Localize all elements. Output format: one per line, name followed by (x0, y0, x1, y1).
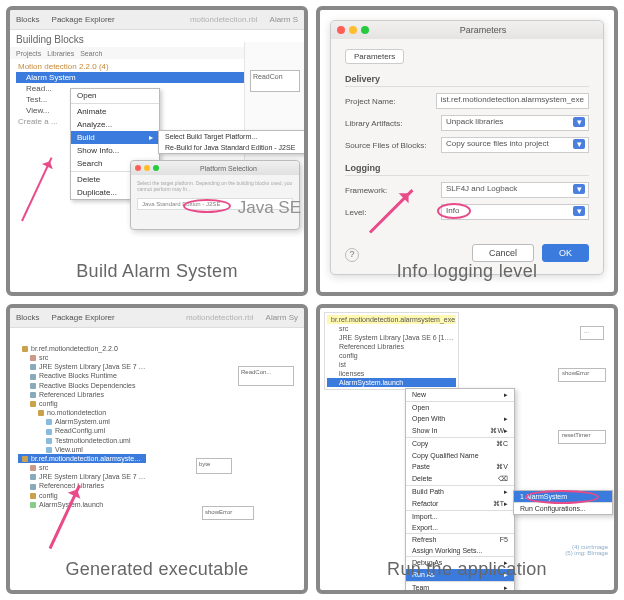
menu-assign-working-sets-[interactable]: Assign Working Sets... (406, 545, 514, 556)
tab-package-explorer[interactable]: Package Explorer (46, 311, 121, 324)
row-framework: Framework: SLF4J and Logback (345, 182, 589, 198)
package-explorer-tree: br.ref.motiondetection.alarmsystem_exesr… (324, 312, 459, 390)
panel-generated-exe: Blocks Package Explorer motiondetection.… (6, 304, 308, 594)
editor-tab-1[interactable]: motiondetection.rbl (180, 311, 260, 324)
tree-item[interactable]: Reactive Blocks Runtime (18, 371, 146, 380)
menu-show-info[interactable]: Show Info... (71, 144, 159, 157)
file-icon (46, 429, 52, 435)
menu-show-in[interactable]: Show In⌘W▸ (406, 425, 514, 437)
panel-run-app: br.ref.motiondetection.alarmsystem_exesr… (316, 304, 618, 594)
editor-tab-1[interactable]: motiondetection.rbl (184, 13, 264, 26)
tree-item[interactable]: licenses (327, 369, 456, 378)
tree-item[interactable]: JRE System Library [Java SE 7 [1.7.0_05]… (18, 362, 146, 371)
tree-item[interactable]: ReadConfig.uml (18, 426, 146, 435)
input-project-name[interactable]: ist.ref.motiondetection.alarmsystem_exe (436, 93, 589, 109)
tree-item[interactable]: AlarmSystem.uml (18, 417, 146, 426)
tree-item[interactable]: config (327, 351, 456, 360)
file-icon (30, 493, 36, 499)
menu-refactor[interactable]: Refactor⌘T▸ (406, 498, 514, 510)
menu-paste[interactable]: Paste⌘V (406, 461, 514, 473)
bb-tab-search[interactable]: Search (80, 50, 102, 57)
file-icon (30, 465, 36, 471)
annotation-circle (437, 203, 471, 219)
build-submenu: Select Build Target Platform... Re-Build… (158, 130, 308, 154)
dialog-title: Parameters (369, 25, 597, 35)
block-resettimer[interactable]: resetTimer (558, 430, 606, 444)
menu-build-path[interactable]: Build Path▸ (406, 486, 514, 498)
tree-item[interactable]: ist (327, 360, 456, 369)
menu-open[interactable]: Open (71, 89, 159, 102)
tree-item[interactable]: AlarmSystem.launch (18, 500, 146, 509)
menu-build[interactable]: Build▸ (71, 131, 159, 144)
label-source-files: Source Files of Blocks: (345, 141, 435, 150)
view-tabs: Blocks Package Explorer motiondetection.… (10, 10, 304, 30)
tree-item[interactable]: no.motiondetection (18, 408, 146, 417)
tree-item[interactable]: View.uml (18, 445, 146, 454)
help-button[interactable]: ? (345, 248, 359, 262)
menu-refresh[interactable]: RefreshF5 (406, 534, 514, 545)
editor-tab-2[interactable]: Alarm Sy (260, 311, 304, 324)
select-source-files[interactable]: Copy source files into project (441, 137, 589, 153)
file-icon (46, 447, 52, 453)
select-framework[interactable]: SLF4J and Logback (441, 182, 589, 198)
tree-item[interactable]: br.ref.motiondetection.alarmsystem_exe (327, 315, 456, 324)
ok-button[interactable]: OK (542, 244, 589, 262)
tree-item[interactable]: src (327, 324, 456, 333)
cancel-button[interactable]: Cancel (472, 244, 534, 262)
menu-delete[interactable]: Delete⌫ (406, 473, 514, 485)
tree-item[interactable]: Testmotiondetection.uml (18, 436, 146, 445)
file-icon (30, 355, 36, 361)
tree-item[interactable]: Reactive Blocks Dependencies (18, 381, 146, 390)
file-icon (30, 374, 36, 380)
file-icon (22, 346, 28, 352)
menu-export-[interactable]: Export... (406, 522, 514, 533)
javase-label: Java SE (238, 198, 301, 218)
minimize-icon[interactable] (144, 165, 150, 171)
block-showerror[interactable]: showError (558, 368, 606, 382)
menu-copy[interactable]: Copy⌘C (406, 438, 514, 450)
close-icon[interactable] (337, 26, 345, 34)
row-source-files: Source Files of Blocks: Copy source file… (345, 137, 589, 153)
tree-item[interactable]: JRE System Library [Java SE 6 [1.6.0_65]… (327, 333, 456, 342)
tree-item[interactable]: br.ref.motiondetection_2.2.0 (18, 344, 146, 353)
menu-new[interactable]: New▸ (406, 389, 514, 401)
menu-copy-qualified-name[interactable]: Copy Qualified Name (406, 450, 514, 461)
close-icon[interactable] (135, 165, 141, 171)
panel-caption: Build Alarm System (10, 261, 304, 282)
tree-item[interactable]: Referenced Libraries (18, 390, 146, 399)
tab-blocks[interactable]: Blocks (10, 311, 46, 324)
bb-tab-libraries[interactable]: Libraries (47, 50, 74, 57)
select-library-artifacts[interactable]: Unpack libraries (441, 115, 589, 131)
dialog-body: Select the target platform. Depending on… (131, 175, 299, 216)
tree-item[interactable]: Referenced Libraries (327, 342, 456, 351)
diagram-block-readcon[interactable]: ReadCon (250, 70, 300, 92)
menu-analyze[interactable]: Analyze... (71, 118, 159, 131)
block-byte[interactable]: byte (196, 458, 232, 474)
menu-open[interactable]: Open (406, 402, 514, 413)
bb-tab-projects[interactable]: Projects (16, 50, 41, 57)
file-icon (30, 392, 36, 398)
tree-item[interactable]: br.ref.motiondetection.alarmsystem_exe (18, 454, 146, 463)
editor-tab-2[interactable]: Alarm S (264, 13, 304, 26)
block-readcon[interactable]: ReadCon... (238, 366, 294, 386)
menu-animate[interactable]: Animate (71, 105, 159, 118)
tree-item[interactable]: src (18, 353, 146, 362)
submenu-rebuild-j2se[interactable]: Re-Build for Java Standard Edition - J2S… (159, 142, 307, 153)
submenu-select-platform[interactable]: Select Build Target Platform... (159, 131, 307, 142)
tree-item[interactable]: src (18, 463, 146, 472)
block-1[interactable]: ... (580, 326, 604, 340)
tab-package-explorer[interactable]: Package Explorer (46, 13, 121, 26)
tree-item[interactable]: AlarmSystem.launch (327, 378, 456, 387)
minimize-icon[interactable] (349, 26, 357, 34)
tree-item[interactable]: config (18, 399, 146, 408)
menu-import-[interactable]: Import... (406, 511, 514, 522)
tab-blocks[interactable]: Blocks (10, 13, 46, 26)
zoom-icon[interactable] (153, 165, 159, 171)
menu-open-with[interactable]: Open With▸ (406, 413, 514, 425)
menu-team[interactable]: Team▸ (406, 582, 514, 594)
block-showerror[interactable]: showError (202, 506, 254, 520)
tab-parameters[interactable]: Parameters (345, 49, 404, 64)
zoom-icon[interactable] (361, 26, 369, 34)
tree-item[interactable]: JRE System Library [Java SE 7 [1.7.0_05]… (18, 472, 146, 481)
panel-build-alarm: Blocks Package Explorer motiondetection.… (6, 6, 308, 296)
